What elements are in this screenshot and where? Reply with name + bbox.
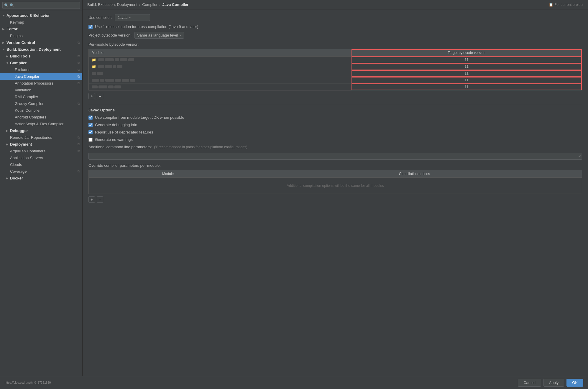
bytecode-version-dropdown[interactable]: Same as language level ▾ <box>134 32 184 39</box>
sidebar-item-version-control[interactable]: ▶Version Control⧉ <box>0 39 82 46</box>
sidebar-item-validation[interactable]: Validation <box>0 87 82 93</box>
copy-icon: ⧉ <box>78 68 80 72</box>
search-icon: 🔍 <box>4 3 9 7</box>
option-checkbox-opt2[interactable] <box>88 123 93 127</box>
tree-arrow-icon: ▶ <box>6 55 10 58</box>
module-table-wrap: Module Target bytecode version 📁11📁11111… <box>88 49 582 90</box>
sidebar-item-label: Build Tools <box>10 54 76 58</box>
option-label-opt3: Report use of deprecated features <box>95 130 153 134</box>
copy-icon: ⧉ <box>78 149 80 153</box>
sidebar-item-compiler[interactable]: ▼Compiler⧉ <box>0 60 82 66</box>
sidebar-item-java-compiler[interactable]: Java Compiler⧉ <box>0 73 82 80</box>
tree-arrow-icon: ▶ <box>2 41 6 44</box>
sidebar-item-build-execution[interactable]: ▼Build, Execution, Deployment <box>0 46 82 53</box>
sidebar-item-label: Excludes <box>15 67 76 72</box>
override-options-col-header: Compilation options <box>247 170 582 178</box>
copy-icon: ⧉ <box>78 54 80 58</box>
use-compiler-dropdown[interactable]: Javac ▾ <box>115 14 150 21</box>
sidebar-item-label: Debugger <box>10 128 80 133</box>
module-cell <box>89 77 352 84</box>
cancel-button[interactable]: Cancel <box>518 379 541 387</box>
tree-arrow-icon: ▶ <box>6 143 10 146</box>
module-remove-button[interactable]: – <box>97 93 103 99</box>
sidebar-item-label: Arquillian Containers <box>10 149 76 153</box>
additional-params-row: Additional command line parameters: ('/'… <box>88 145 582 149</box>
sidebar-item-deployment[interactable]: ▶Deployment⧉ <box>0 141 82 148</box>
sidebar-item-kotlin-compiler[interactable]: Kotlin Compiler <box>0 107 82 114</box>
apply-button[interactable]: Apply <box>543 379 564 387</box>
option-label-opt4: Generate no warnings <box>95 137 133 142</box>
sidebar-item-label: Remote Jar Repositories <box>10 135 76 140</box>
module-add-button[interactable]: + <box>88 93 95 99</box>
sidebar-item-label: Appearance & Behavior <box>6 13 80 18</box>
target-bytecode-cell: 11 <box>352 77 582 84</box>
sidebar-item-editor[interactable]: ▶Editor <box>0 26 82 32</box>
sidebar-search-area: 🔍 <box>0 0 82 11</box>
table-row: 11 <box>89 84 582 90</box>
sidebar-item-label: Validation <box>15 88 80 92</box>
copy-icon: ⧉ <box>78 142 80 146</box>
target-bytecode-cell: 11 <box>352 84 582 90</box>
option-label-opt1: Use compiler from module target JDK when… <box>95 115 184 120</box>
sidebar-item-rmi-compiler[interactable]: RMI Compiler <box>0 93 82 100</box>
sidebar-item-android-compilers[interactable]: Android Compilers <box>0 114 82 121</box>
sidebar-item-label: Keymap <box>10 20 80 24</box>
sidebar-item-coverage[interactable]: Coverage⧉ <box>0 168 82 175</box>
sidebar-item-annotation-processors[interactable]: Annotation Processors⧉ <box>0 80 82 87</box>
option-row-opt2: Generate debugging info <box>88 123 582 127</box>
sidebar-item-plugins[interactable]: Plugins <box>0 32 82 39</box>
sidebar-item-debugger[interactable]: ▶Debugger <box>0 127 82 134</box>
override-remove-button[interactable]: – <box>97 196 103 203</box>
breadcrumb-part-2: Compiler <box>142 2 157 7</box>
sidebar-item-appearance[interactable]: ▼Appearance & Behavior <box>0 12 82 19</box>
sidebar-search-input[interactable] <box>2 2 80 9</box>
chevron-down-icon: ▾ <box>129 16 131 19</box>
option-row-opt1: Use compiler from module target JDK when… <box>88 115 582 120</box>
folder-icon: 📁 <box>92 65 96 69</box>
sidebar-item-clouds[interactable]: Clouds <box>0 161 82 168</box>
sidebar-item-build-tools[interactable]: ▶Build Tools⧉ <box>0 53 82 60</box>
folder-icon: 📁 <box>92 58 96 62</box>
target-bytecode-cell: 11 <box>352 70 582 77</box>
sidebar-item-label: Application Servers <box>10 156 80 160</box>
project-icon: 📋 <box>549 3 553 7</box>
tree-arrow-icon: ▶ <box>2 27 6 31</box>
tree-arrow-icon: ▶ <box>6 177 10 180</box>
override-table-wrap: Module Compilation options Additional co… <box>88 170 582 194</box>
table-row: 11 <box>89 70 582 77</box>
additional-params-input[interactable] <box>88 153 582 160</box>
target-bytecode-cell: 11 <box>352 57 582 63</box>
option-row-opt3: Report use of deprecated features <box>88 130 582 134</box>
breadcrumb-part-3: Java Compiler <box>162 2 189 7</box>
override-add-button[interactable]: + <box>88 196 95 203</box>
sidebar-tree: ▼Appearance & BehaviorKeymap▶EditorPlugi… <box>0 11 82 376</box>
additional-params-hint: ('/' recommended in paths for cross-plat… <box>154 145 247 149</box>
sidebar-item-label: Kotlin Compiler <box>15 108 80 113</box>
option-checkbox-opt3[interactable] <box>88 130 93 134</box>
chevron-down-icon-2: ▾ <box>180 34 181 37</box>
sidebar-item-docker[interactable]: ▶Docker <box>0 175 82 182</box>
sidebar-item-app-servers[interactable]: Application Servers <box>0 154 82 161</box>
sidebar-item-actionscript[interactable]: ActionScript & Flex Compiler <box>0 121 82 127</box>
release-option-checkbox[interactable] <box>88 25 93 29</box>
option-checkbox-opt4[interactable] <box>88 138 93 142</box>
override-add-remove-row: + – <box>88 196 582 203</box>
additional-params-label: Additional command line parameters: <box>88 145 152 149</box>
module-cell <box>89 70 352 77</box>
copy-icon: ⧉ <box>78 136 80 139</box>
sidebar-item-remote-jar[interactable]: Remote Jar Repositories⧉ <box>0 134 82 141</box>
module-add-remove-row: + – <box>88 93 582 99</box>
sidebar-item-label: Plugins <box>10 34 80 38</box>
breadcrumb-bar: Build, Execution, Deployment › Compiler … <box>83 0 588 9</box>
option-checkbox-opt1[interactable] <box>88 116 93 120</box>
sidebar-item-label: Annotation Processors <box>15 81 76 85</box>
ok-button[interactable]: OK <box>566 379 583 387</box>
override-module-col-header: Module <box>89 170 247 178</box>
per-module-label: Per-module bytecode version: <box>88 42 582 47</box>
sidebar-item-label: Groovy Compiler <box>15 101 76 106</box>
sidebar-item-groovy-compiler[interactable]: Groovy Compiler⧉ <box>0 100 82 107</box>
sidebar-item-keymap[interactable]: Keymap <box>0 19 82 26</box>
sidebar-item-excludes[interactable]: Excludes⧉ <box>0 66 82 73</box>
target-bytecode-cell: 11 <box>352 63 582 70</box>
sidebar-item-arquillian[interactable]: Arquillian Containers⧉ <box>0 148 82 154</box>
